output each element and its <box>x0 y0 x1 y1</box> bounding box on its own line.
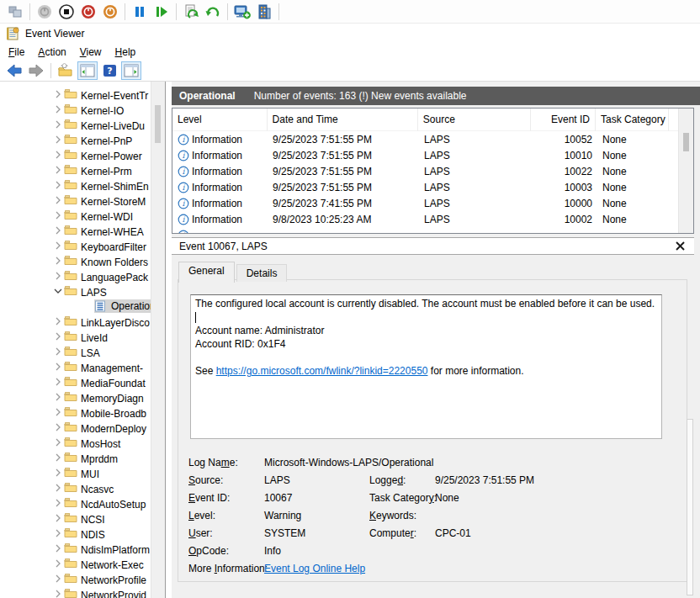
tree-item-networkprofile[interactable]: NetworkProfile <box>0 571 151 586</box>
event-row-10002[interactable]: iInformation9/8/2023 10:25:23 AMLAPS1000… <box>172 211 679 227</box>
tree-item-kernel-io[interactable]: Kernel-IO <box>0 102 151 117</box>
event-row-10052[interactable]: iInformation9/25/2023 7:51:55 PMLAPS1005… <box>172 131 679 147</box>
chevron-right-icon[interactable] <box>52 119 64 130</box>
chevron-right-icon[interactable] <box>52 452 64 463</box>
detail-scrollbar[interactable] <box>687 419 693 595</box>
tree-item-mprddm[interactable]: Mprddm <box>0 450 151 465</box>
tree-item-moderndeploy[interactable]: ModernDeploy <box>0 420 151 435</box>
tree-item-mui[interactable]: MUI <box>0 465 151 480</box>
chevron-right-icon[interactable] <box>52 134 64 146</box>
column-header-event-id[interactable]: Event ID <box>531 108 596 131</box>
tree-item-ncasvc[interactable]: Ncasvc <box>0 480 151 495</box>
tree-item-networkprovid[interactable]: NetworkProvid <box>0 586 151 598</box>
close-icon[interactable] <box>673 240 687 253</box>
tree-item-known-folders[interactable]: Known Folders <box>0 253 151 268</box>
tree-item-kernel-eventtr[interactable]: Kernel-EventTr <box>0 87 151 102</box>
shutdown-button[interactable] <box>99 2 121 22</box>
event-row-10022[interactable]: iInformation9/25/2023 7:51:55 PMLAPS1002… <box>172 163 679 179</box>
chevron-right-icon[interactable] <box>52 497 64 509</box>
tree-scrollbar-thumb[interactable] <box>155 105 161 143</box>
event-description-box[interactable]: The configured local account is currentl… <box>190 294 662 439</box>
chevron-right-icon[interactable] <box>52 421 64 433</box>
fwlink-link[interactable]: https://go.microsoft.com/fwlink/?linkid=… <box>216 365 428 377</box>
tab-general[interactable]: General <box>178 262 235 283</box>
chevron-right-icon[interactable] <box>52 225 64 236</box>
power-disabled-button[interactable] <box>34 2 56 22</box>
export-button[interactable] <box>56 61 76 80</box>
chevron-right-icon[interactable] <box>52 179 64 191</box>
chevron-right-icon[interactable] <box>52 346 64 357</box>
tree-item-languagepack[interactable]: LanguagePack <box>0 268 151 283</box>
chevron-right-icon[interactable] <box>52 573 64 585</box>
tree-item-kernel-pnp[interactable]: Kernel-PnP <box>0 132 151 147</box>
event-list-scrollbar[interactable] <box>678 108 693 233</box>
tree-item-kernel-whea[interactable]: Kernel-WHEA <box>0 223 151 238</box>
chevron-right-icon[interactable] <box>52 103 64 115</box>
event-list-scrollbar-thumb[interactable] <box>683 133 689 151</box>
pause-button[interactable] <box>129 2 151 22</box>
event-row-10000[interactable]: iInformation9/25/2023 7:41:55 PMLAPS1000… <box>172 195 679 211</box>
chevron-right-icon[interactable] <box>52 376 64 388</box>
menu-file[interactable]: File <box>2 45 31 60</box>
column-header-source[interactable]: Source <box>418 108 531 131</box>
column-header-level[interactable]: Level <box>172 108 268 131</box>
column-header-date-and-time[interactable]: Date and Time <box>268 108 418 131</box>
menu-help[interactable]: Help <box>109 45 143 60</box>
chevron-down-icon[interactable] <box>52 285 64 297</box>
event-row-partial[interactable]: i <box>172 227 679 233</box>
tree-item-mediafoundat[interactable]: MediaFoundat <box>0 374 151 389</box>
ctrl-alt-del-button[interactable] <box>4 2 26 22</box>
chevron-right-icon[interactable] <box>52 194 64 206</box>
tree-item-management-[interactable]: Management- <box>0 359 151 374</box>
tree-item-kernel-wdi[interactable]: Kernel-WDI <box>0 208 151 223</box>
console-tree-toggle-button[interactable] <box>77 61 98 80</box>
chevron-right-icon[interactable] <box>52 88 64 100</box>
tree-item-kernel-power[interactable]: Kernel-Power <box>0 147 151 162</box>
chevron-right-icon[interactable] <box>52 331 64 342</box>
chevron-right-icon[interactable] <box>52 482 64 494</box>
tree-item-laps[interactable]: LAPS <box>0 283 151 299</box>
tree-item-kernel-shimen[interactable]: Kernel-ShimEn <box>0 177 151 193</box>
tree-item-operational[interactable]: Operational <box>0 299 151 314</box>
chevron-right-icon[interactable] <box>52 512 64 524</box>
menu-action[interactable]: Action <box>31 45 72 60</box>
tree-item-moshost[interactable]: MosHost <box>0 435 151 450</box>
tree-item-kernel-storem[interactable]: Kernel-StoreM <box>0 193 151 208</box>
tree-item-kernel-prm[interactable]: Kernel-Prm <box>0 162 151 177</box>
resume-button[interactable] <box>151 2 172 22</box>
tree-item-ndis[interactable]: NDIS <box>0 526 151 541</box>
chevron-right-icon[interactable] <box>52 391 64 403</box>
event-log-online-help-link[interactable]: Event Log Online Help <box>264 563 365 574</box>
tree-item-liveid[interactable]: LiveId <box>0 329 151 344</box>
chevron-right-icon[interactable] <box>52 240 64 251</box>
checkpoint-button[interactable] <box>180 2 202 22</box>
chevron-right-icon[interactable] <box>52 149 64 161</box>
tree-item-network-exec[interactable]: Network-Exec <box>0 556 151 571</box>
chevron-right-icon[interactable] <box>52 209 64 221</box>
chevron-right-icon[interactable] <box>52 164 64 176</box>
action-pane-toggle-button[interactable] <box>121 61 141 80</box>
tree-item-mobile-broadb[interactable]: Mobile-Broadb <box>0 405 151 420</box>
chevron-right-icon[interactable] <box>52 588 64 598</box>
chevron-right-icon[interactable] <box>52 527 64 539</box>
enhanced-session-button[interactable] <box>231 2 253 22</box>
event-row-10010[interactable]: iInformation9/25/2023 7:51:55 PMLAPS1001… <box>172 147 679 163</box>
settings-button[interactable] <box>253 2 275 22</box>
tree-item-memorydiagn[interactable]: MemoryDiagn <box>0 389 151 405</box>
tree-item-ncdautosetup[interactable]: NcdAutoSetup <box>0 495 151 511</box>
tree-item-ndisimplatform[interactable]: NdisImPlatform <box>0 541 151 556</box>
chevron-right-icon[interactable] <box>52 467 64 479</box>
tree-item-linklayerdisco[interactable]: LinkLayerDisco <box>0 314 151 329</box>
chevron-right-icon[interactable] <box>52 361 64 373</box>
back-button[interactable] <box>4 61 24 80</box>
chevron-right-icon[interactable] <box>52 315 64 327</box>
chevron-right-icon[interactable] <box>52 558 64 569</box>
tree-item-keyboardfilter[interactable]: KeyboardFilter <box>0 238 151 253</box>
chevron-right-icon[interactable] <box>52 406 64 418</box>
revert-button[interactable] <box>202 2 224 22</box>
forward-button[interactable] <box>26 61 46 80</box>
event-row-10003[interactable]: iInformation9/25/2023 7:51:55 PMLAPS1000… <box>172 179 679 195</box>
power-off-button[interactable] <box>77 2 99 22</box>
column-header-task-category[interactable]: Task Category <box>596 108 669 131</box>
tab-details[interactable]: Details <box>236 264 288 282</box>
